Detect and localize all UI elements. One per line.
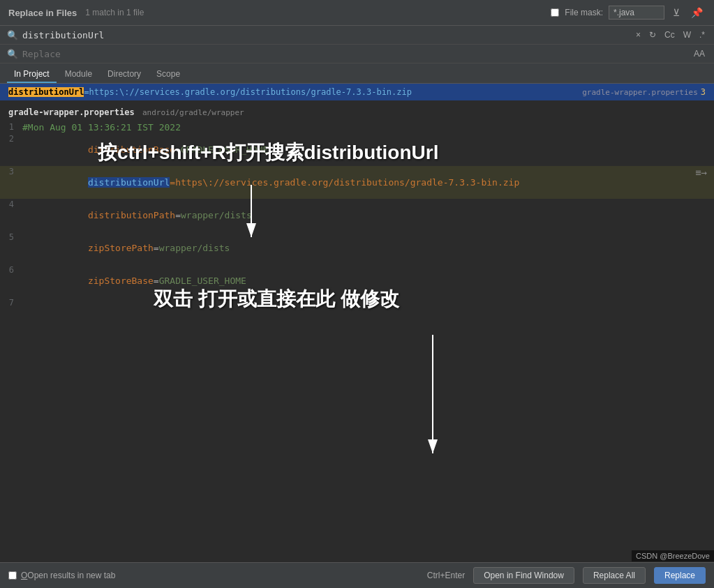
refresh-icon[interactable]: ↻	[647, 29, 658, 40]
result-match-num: 3	[701, 87, 706, 97]
footer: OOpen results in new tab Ctrl+Enter Open…	[0, 562, 714, 588]
clear-search-icon[interactable]: ×	[634, 29, 643, 40]
result-item[interactable]: distributionUrl =https:\://services.grad…	[0, 84, 714, 100]
regex-icon[interactable]: .*	[697, 29, 707, 40]
line-content-7	[20, 298, 28, 308]
line-content-5: zipStorePath=wrapper/dists	[20, 232, 230, 264]
search-icon: 🔍	[7, 30, 18, 40]
match-highlight-3: distributionUrl	[88, 177, 170, 188]
replace-row: 🔍 AA	[0, 45, 714, 63]
code-line-5: 5 zipStorePath=wrapper/dists	[0, 232, 714, 264]
line-content-3: distributionUrl=https\://services.gradle…	[20, 167, 519, 198]
open-results-label: OOpen results in new tab	[21, 571, 115, 580]
prop-key-2: distributionBase	[88, 144, 175, 155]
prop-val-2: GRADLE_USER_HOME	[181, 144, 268, 155]
prop-key-6: zipStoreBase	[88, 276, 154, 286]
prop-val-5: wrapper/dists	[159, 243, 230, 253]
replace-input[interactable]	[22, 49, 687, 59]
footer-shortcut: Ctrl+Enter	[427, 571, 465, 580]
result-filename: gradle-wrapper.properties	[582, 88, 698, 97]
word-icon[interactable]: W	[681, 29, 693, 40]
prop-val-4: wrapper/dists	[181, 210, 252, 220]
open-find-window-button[interactable]: Open in Find Window	[473, 567, 574, 584]
line-content-6: zipStoreBase=GRADLE_USER_HOME	[20, 265, 246, 296]
edit-icon-3: ≡→	[695, 167, 707, 178]
code-section: gradle-wrapper.properties android/gradle…	[0, 100, 714, 313]
tab-scope[interactable]: Scope	[149, 66, 187, 83]
code-line-1: 1 #Mon Aug 01 13:36:21 IST 2022	[0, 121, 714, 133]
search-input[interactable]	[22, 30, 630, 40]
open-results-checkbox[interactable]	[8, 571, 17, 580]
result-text: =https:\://services.gradle.org/distribut…	[84, 87, 412, 97]
watermark: CSDN @BreezeDove	[632, 550, 714, 561]
line-content-1: #Mon Aug 01 13:36:21 IST 2022	[20, 122, 181, 133]
line-content-2: distributionBase=GRADLE_USER_HOME	[20, 134, 268, 165]
search-scope-tabs: In Project Module Directory Scope	[0, 63, 714, 84]
eq-4: =	[175, 210, 181, 220]
file-mask-checkbox[interactable]	[551, 8, 559, 17]
replace-icon: 🔍	[7, 49, 18, 59]
replace-all-button[interactable]: Replace All	[583, 567, 646, 584]
prop-val-6: GRADLE_USER_HOME	[159, 276, 246, 286]
code-file-header: gradle-wrapper.properties android/gradle…	[0, 105, 714, 121]
tab-directory[interactable]: Directory	[101, 66, 148, 83]
eq-5: =	[154, 243, 159, 253]
code-lines: 1 #Mon Aug 01 13:36:21 IST 2022 2 distri…	[0, 121, 714, 309]
code-line-2: 2 distributionBase=GRADLE_USER_HOME	[0, 133, 714, 166]
result-highlight: distributionUrl	[8, 87, 84, 97]
tab-in-project[interactable]: In Project	[7, 66, 57, 83]
match-count: 1 match in 1 file	[85, 8, 144, 17]
search-row: 🔍 × ↻ Cc W .*	[0, 26, 714, 45]
eq-6: =	[154, 276, 159, 286]
file-mask-label: File mask:	[565, 8, 603, 17]
code-line-4: 4 distributionPath=wrapper/dists	[0, 199, 714, 232]
code-line-3: 3 distributionUrl=https\://services.grad…	[0, 166, 714, 199]
line-num-7: 7	[0, 298, 20, 308]
code-filename: gradle-wrapper.properties	[8, 107, 135, 117]
replace-in-files-dialog: Replace in Files 1 match in 1 file File …	[0, 0, 714, 588]
match-case-icon[interactable]: Cc	[662, 29, 677, 40]
filter-icon[interactable]: ⊻	[670, 6, 683, 20]
prop-key-5: zipStorePath	[88, 243, 154, 253]
line-num-4: 4	[0, 199, 20, 209]
line-num-2: 2	[0, 134, 20, 144]
results-area: distributionUrl =https:\://services.grad…	[0, 84, 714, 562]
prop-rest-3: =https\://services.gradle.org/distributi…	[170, 177, 519, 188]
dialog-header: Replace in Files 1 match in 1 file File …	[0, 0, 714, 26]
line-num-1: 1	[0, 122, 20, 132]
prop-key-4: distributionPath	[88, 210, 175, 220]
header-right: File mask: ⊻ 📌	[551, 6, 706, 20]
line-num-3: 3	[0, 167, 20, 176]
code-line-6: 6 zipStoreBase=GRADLE_USER_HOME	[0, 264, 714, 297]
pin-icon[interactable]: 📌	[688, 6, 706, 20]
aa-icon[interactable]: AA	[692, 48, 707, 59]
dialog-title: Replace in Files	[8, 8, 77, 18]
code-line-7: 7	[0, 297, 714, 309]
code-path: android/gradle/wrapper	[142, 108, 244, 117]
eq-2: =	[175, 144, 181, 155]
search-right-icons: × ↻ Cc W .*	[634, 29, 707, 40]
open-results-checkbox-area: OOpen results in new tab	[8, 571, 115, 580]
replace-button[interactable]: Replace	[654, 567, 706, 584]
replace-right-icons: AA	[692, 48, 707, 59]
line-num-6: 6	[0, 265, 20, 275]
tab-module[interactable]: Module	[58, 66, 99, 83]
file-mask-input[interactable]	[609, 6, 664, 20]
line-num-5: 5	[0, 232, 20, 242]
line-content-4: distributionPath=wrapper/dists	[20, 199, 252, 231]
